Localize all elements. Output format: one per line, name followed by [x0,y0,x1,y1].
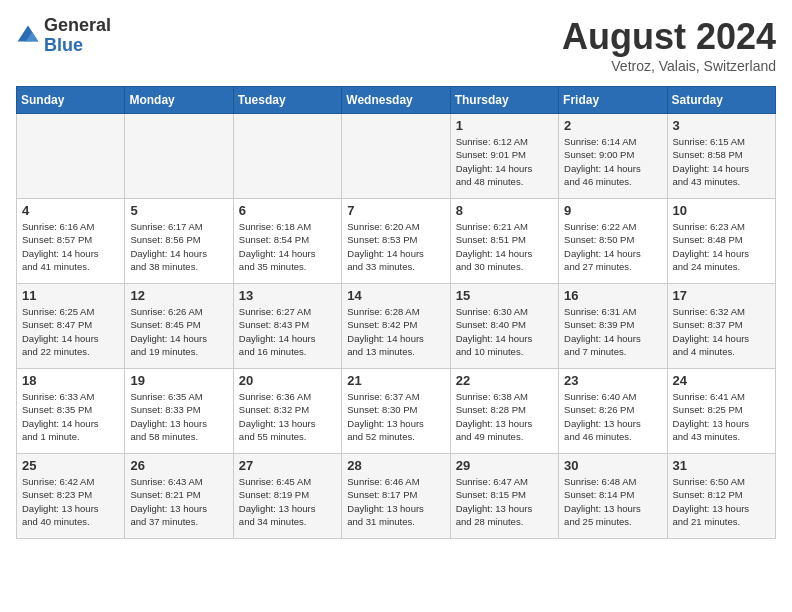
day-number: 7 [347,203,444,218]
cell-info: Sunrise: 6:30 AM Sunset: 8:40 PM Dayligh… [456,305,553,358]
header-friday: Friday [559,87,667,114]
logo: General Blue [16,16,111,56]
logo-text: General Blue [44,16,111,56]
cell-info: Sunrise: 6:50 AM Sunset: 8:12 PM Dayligh… [673,475,770,528]
header-wednesday: Wednesday [342,87,450,114]
cell-info: Sunrise: 6:31 AM Sunset: 8:39 PM Dayligh… [564,305,661,358]
calendar-cell: 4Sunrise: 6:16 AM Sunset: 8:57 PM Daylig… [17,199,125,284]
day-number: 10 [673,203,770,218]
calendar-cell: 15Sunrise: 6:30 AM Sunset: 8:40 PM Dayli… [450,284,558,369]
cell-info: Sunrise: 6:14 AM Sunset: 9:00 PM Dayligh… [564,135,661,188]
calendar-cell [125,114,233,199]
day-number: 3 [673,118,770,133]
calendar-cell: 12Sunrise: 6:26 AM Sunset: 8:45 PM Dayli… [125,284,233,369]
day-number: 23 [564,373,661,388]
calendar-cell: 16Sunrise: 6:31 AM Sunset: 8:39 PM Dayli… [559,284,667,369]
calendar-cell: 2Sunrise: 6:14 AM Sunset: 9:00 PM Daylig… [559,114,667,199]
calendar-cell: 17Sunrise: 6:32 AM Sunset: 8:37 PM Dayli… [667,284,775,369]
calendar-cell: 3Sunrise: 6:15 AM Sunset: 8:58 PM Daylig… [667,114,775,199]
page-header: General Blue August 2024 Vetroz, Valais,… [16,16,776,74]
month-year-title: August 2024 [562,16,776,58]
day-number: 26 [130,458,227,473]
day-number: 22 [456,373,553,388]
logo-general: General [44,16,111,36]
header-tuesday: Tuesday [233,87,341,114]
calendar-cell [342,114,450,199]
cell-info: Sunrise: 6:33 AM Sunset: 8:35 PM Dayligh… [22,390,119,443]
day-number: 5 [130,203,227,218]
day-number: 31 [673,458,770,473]
day-number: 8 [456,203,553,218]
cell-info: Sunrise: 6:20 AM Sunset: 8:53 PM Dayligh… [347,220,444,273]
logo-blue: Blue [44,36,111,56]
cell-info: Sunrise: 6:38 AM Sunset: 8:28 PM Dayligh… [456,390,553,443]
cell-info: Sunrise: 6:41 AM Sunset: 8:25 PM Dayligh… [673,390,770,443]
cell-info: Sunrise: 6:45 AM Sunset: 8:19 PM Dayligh… [239,475,336,528]
day-number: 30 [564,458,661,473]
cell-info: Sunrise: 6:42 AM Sunset: 8:23 PM Dayligh… [22,475,119,528]
day-number: 12 [130,288,227,303]
cell-info: Sunrise: 6:15 AM Sunset: 8:58 PM Dayligh… [673,135,770,188]
cell-info: Sunrise: 6:23 AM Sunset: 8:48 PM Dayligh… [673,220,770,273]
calendar-cell: 29Sunrise: 6:47 AM Sunset: 8:15 PM Dayli… [450,454,558,539]
day-number: 21 [347,373,444,388]
calendar-cell: 14Sunrise: 6:28 AM Sunset: 8:42 PM Dayli… [342,284,450,369]
day-number: 17 [673,288,770,303]
calendar-cell: 9Sunrise: 6:22 AM Sunset: 8:50 PM Daylig… [559,199,667,284]
cell-info: Sunrise: 6:25 AM Sunset: 8:47 PM Dayligh… [22,305,119,358]
header-monday: Monday [125,87,233,114]
calendar-cell: 8Sunrise: 6:21 AM Sunset: 8:51 PM Daylig… [450,199,558,284]
calendar-header-row: SundayMondayTuesdayWednesdayThursdayFrid… [17,87,776,114]
calendar-cell: 6Sunrise: 6:18 AM Sunset: 8:54 PM Daylig… [233,199,341,284]
calendar-cell: 11Sunrise: 6:25 AM Sunset: 8:47 PM Dayli… [17,284,125,369]
header-thursday: Thursday [450,87,558,114]
calendar-cell: 13Sunrise: 6:27 AM Sunset: 8:43 PM Dayli… [233,284,341,369]
cell-info: Sunrise: 6:37 AM Sunset: 8:30 PM Dayligh… [347,390,444,443]
logo-icon [16,24,40,48]
calendar-cell: 24Sunrise: 6:41 AM Sunset: 8:25 PM Dayli… [667,369,775,454]
calendar-cell: 22Sunrise: 6:38 AM Sunset: 8:28 PM Dayli… [450,369,558,454]
calendar-cell: 18Sunrise: 6:33 AM Sunset: 8:35 PM Dayli… [17,369,125,454]
cell-info: Sunrise: 6:17 AM Sunset: 8:56 PM Dayligh… [130,220,227,273]
location-subtitle: Vetroz, Valais, Switzerland [562,58,776,74]
day-number: 1 [456,118,553,133]
cell-info: Sunrise: 6:16 AM Sunset: 8:57 PM Dayligh… [22,220,119,273]
calendar-cell: 7Sunrise: 6:20 AM Sunset: 8:53 PM Daylig… [342,199,450,284]
day-number: 18 [22,373,119,388]
header-sunday: Sunday [17,87,125,114]
cell-info: Sunrise: 6:48 AM Sunset: 8:14 PM Dayligh… [564,475,661,528]
header-saturday: Saturday [667,87,775,114]
calendar-week-row: 25Sunrise: 6:42 AM Sunset: 8:23 PM Dayli… [17,454,776,539]
cell-info: Sunrise: 6:32 AM Sunset: 8:37 PM Dayligh… [673,305,770,358]
day-number: 6 [239,203,336,218]
calendar-cell: 21Sunrise: 6:37 AM Sunset: 8:30 PM Dayli… [342,369,450,454]
cell-info: Sunrise: 6:27 AM Sunset: 8:43 PM Dayligh… [239,305,336,358]
cell-info: Sunrise: 6:28 AM Sunset: 8:42 PM Dayligh… [347,305,444,358]
day-number: 28 [347,458,444,473]
cell-info: Sunrise: 6:22 AM Sunset: 8:50 PM Dayligh… [564,220,661,273]
day-number: 20 [239,373,336,388]
day-number: 11 [22,288,119,303]
calendar-cell: 19Sunrise: 6:35 AM Sunset: 8:33 PM Dayli… [125,369,233,454]
calendar-cell: 1Sunrise: 6:12 AM Sunset: 9:01 PM Daylig… [450,114,558,199]
cell-info: Sunrise: 6:47 AM Sunset: 8:15 PM Dayligh… [456,475,553,528]
calendar-cell [233,114,341,199]
day-number: 27 [239,458,336,473]
day-number: 24 [673,373,770,388]
day-number: 25 [22,458,119,473]
cell-info: Sunrise: 6:43 AM Sunset: 8:21 PM Dayligh… [130,475,227,528]
cell-info: Sunrise: 6:36 AM Sunset: 8:32 PM Dayligh… [239,390,336,443]
calendar-cell: 30Sunrise: 6:48 AM Sunset: 8:14 PM Dayli… [559,454,667,539]
calendar-cell: 20Sunrise: 6:36 AM Sunset: 8:32 PM Dayli… [233,369,341,454]
day-number: 4 [22,203,119,218]
calendar-cell: 25Sunrise: 6:42 AM Sunset: 8:23 PM Dayli… [17,454,125,539]
cell-info: Sunrise: 6:35 AM Sunset: 8:33 PM Dayligh… [130,390,227,443]
calendar-cell: 10Sunrise: 6:23 AM Sunset: 8:48 PM Dayli… [667,199,775,284]
day-number: 19 [130,373,227,388]
calendar-cell: 5Sunrise: 6:17 AM Sunset: 8:56 PM Daylig… [125,199,233,284]
day-number: 9 [564,203,661,218]
cell-info: Sunrise: 6:26 AM Sunset: 8:45 PM Dayligh… [130,305,227,358]
day-number: 16 [564,288,661,303]
day-number: 29 [456,458,553,473]
calendar-cell: 23Sunrise: 6:40 AM Sunset: 8:26 PM Dayli… [559,369,667,454]
